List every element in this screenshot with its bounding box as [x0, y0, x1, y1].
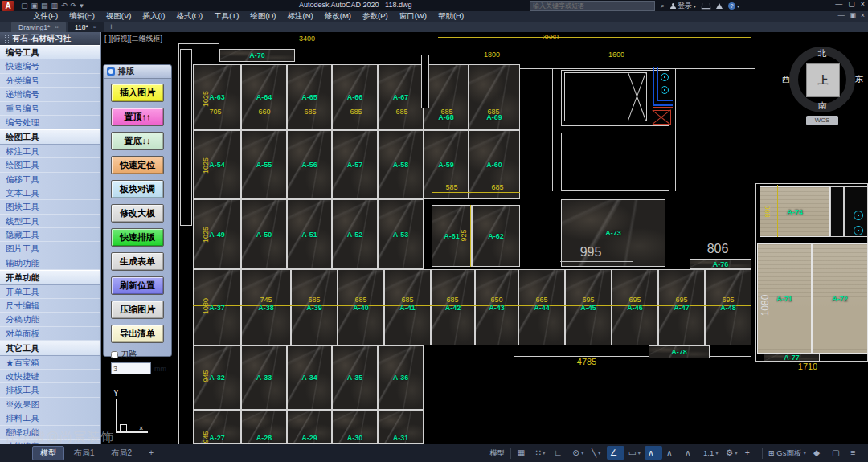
- health-report-button[interactable]: [716, 3, 723, 9]
- layout-tab[interactable]: 模型: [32, 446, 64, 460]
- gs-panel-button[interactable]: ⊞ Gs面板▾: [765, 446, 809, 460]
- doc-minimize-button[interactable]: —: [838, 11, 845, 19]
- dynamic-input-icon[interactable]: ▭▾: [625, 446, 644, 460]
- layout-tab[interactable]: 布局2: [104, 447, 140, 460]
- sidebar-item[interactable]: 开单工具: [0, 285, 100, 299]
- qat-icon-1[interactable]: ▣: [31, 2, 39, 10]
- tab-close-icon[interactable]: ×: [55, 23, 59, 31]
- osnap-icon[interactable]: ∠: [607, 446, 624, 460]
- menu-item-7[interactable]: 标注(N): [282, 11, 319, 22]
- palette-title-bar[interactable]: 排版: [104, 65, 171, 79]
- menu-item-4[interactable]: 格式(O): [170, 11, 208, 22]
- toolpath-width-input[interactable]: [111, 362, 151, 374]
- menu-item-11[interactable]: 帮助(H): [432, 11, 469, 22]
- palette-button-8[interactable]: 刷新位置: [111, 276, 164, 295]
- sidebar-item[interactable]: 标注工具: [0, 145, 100, 158]
- viewcube-face[interactable]: 上: [806, 63, 840, 97]
- snap-icon[interactable]: ∷▾: [532, 446, 550, 460]
- sidebar-item[interactable]: 编号处理: [0, 116, 100, 129]
- wcs-button[interactable]: WCS: [806, 116, 838, 125]
- chevron-down-icon[interactable]: ▾: [542, 446, 546, 460]
- restore-button[interactable]: ▢: [848, 0, 855, 8]
- crosshair-icon[interactable]: +: [742, 446, 760, 460]
- sidebar-item[interactable]: ★百宝箱: [0, 356, 100, 370]
- palette-button-1[interactable]: 置顶↑↑: [111, 108, 164, 126]
- isodraft-icon[interactable]: ╲▾: [588, 446, 606, 460]
- sidebar-item[interactable]: 辅助功能: [0, 256, 100, 270]
- chevron-down-icon[interactable]: ▾: [735, 446, 738, 460]
- search-input[interactable]: [530, 1, 655, 11]
- autocad-logo-icon[interactable]: A: [2, 1, 14, 11]
- sidebar-item[interactable]: 图片工具: [0, 242, 100, 256]
- grid-icon[interactable]: ▦: [514, 446, 531, 460]
- sidebar-item[interactable]: 分稿功能: [0, 313, 100, 326]
- qat-icon-3[interactable]: ▥: [51, 2, 59, 10]
- chevron-down-icon[interactable]: ▾: [638, 446, 641, 460]
- help-button[interactable]: ? ▾: [728, 2, 739, 10]
- qat-icon-0[interactable]: ▢: [21, 2, 28, 10]
- qat-icon-2[interactable]: ▤: [41, 2, 48, 10]
- palette-button-9[interactable]: 压缩图片: [111, 301, 164, 319]
- doc-tab[interactable]: Drawing1*×: [11, 22, 66, 32]
- sign-in-button[interactable]: 登录 ▾: [670, 1, 696, 11]
- panel-block[interactable]: [830, 186, 844, 237]
- menu-item-2[interactable]: 视图(V): [100, 11, 137, 22]
- sidebar-title[interactable]: 有石-石材研习社: [0, 32, 100, 45]
- sidebar-item[interactable]: 排料工具: [0, 411, 100, 425]
- sidebar-section-1[interactable]: 绘图工具: [0, 129, 100, 144]
- sidebar-item[interactable]: 线型工具: [0, 215, 100, 228]
- menu-item-0[interactable]: 文件(F): [27, 11, 63, 22]
- search-icon[interactable]: ⌕: [661, 2, 665, 10]
- polar-tracking-icon[interactable]: ⊙▾: [569, 446, 587, 460]
- drawing-canvas[interactable]: [-][俯视][二维线框] 上 北 西 东 南 WCS Y × A-63A-64…: [100, 32, 868, 444]
- sidebar-item[interactable]: ※效果图: [0, 398, 100, 411]
- layout-tab[interactable]: 布局1: [67, 447, 102, 460]
- menu-item-9[interactable]: 参数(P): [357, 11, 394, 22]
- viewport-label[interactable]: [-][俯视][二维线框]: [104, 34, 162, 44]
- menu-item-3[interactable]: 插入(I): [137, 11, 170, 22]
- clean-screen-icon[interactable]: ▢: [829, 446, 846, 460]
- sidebar-item[interactable]: 图块工具: [0, 200, 100, 214]
- sidebar-item[interactable]: 翻译功能: [0, 426, 100, 440]
- paiban-palette[interactable]: 排版 插入图片置顶↑↑置底↓↓快速定位板块对调修改大板快速排版生成表单刷新位置压…: [103, 64, 172, 357]
- qat-icon-5[interactable]: ↷: [71, 2, 77, 10]
- menu-icon[interactable]: ≡: [847, 446, 865, 460]
- app-store-button[interactable]: [702, 3, 710, 9]
- palette-button-7[interactable]: 生成表单: [111, 252, 164, 271]
- viewcube-west[interactable]: 西: [782, 74, 791, 85]
- model-space-toggle[interactable]: 模型: [486, 446, 508, 460]
- menu-item-6[interactable]: 绘图(D): [244, 11, 281, 22]
- sidebar-item[interactable]: 尺寸编辑: [0, 299, 100, 313]
- viewcube-east[interactable]: 东: [855, 74, 864, 85]
- chevron-down-icon[interactable]: ▾: [803, 446, 806, 460]
- palette-button-6[interactable]: 快速排版: [111, 228, 164, 247]
- palette-button-2[interactable]: 置底↓↓: [111, 132, 164, 150]
- palette-button-0[interactable]: 插入图片: [111, 84, 164, 102]
- annotation-scale-icon[interactable]: ∧: [682, 446, 699, 460]
- sidebar-item[interactable]: 递增编号: [0, 88, 100, 101]
- sidebar-item[interactable]: 隐藏工具: [0, 228, 100, 242]
- sidebar-section-2[interactable]: 开单功能: [0, 270, 100, 284]
- sidebar-item[interactable]: 对单面板: [0, 327, 100, 341]
- sidebar-item[interactable]: 排板工具: [0, 383, 100, 397]
- chevron-down-icon[interactable]: ▾: [715, 446, 719, 460]
- sidebar-item[interactable]: 绘图工具: [0, 158, 100, 172]
- autoscale-icon[interactable]: ∧: [663, 446, 681, 460]
- sidebar-item[interactable]: 改快捷键: [0, 370, 100, 383]
- doc-close-button[interactable]: ×: [861, 11, 865, 19]
- doc-tab[interactable]: 118*×: [68, 22, 104, 32]
- sidebar-item[interactable]: 快速编号: [0, 59, 100, 73]
- sidebar-item[interactable]: 分类编号: [0, 74, 100, 88]
- tab-close-icon[interactable]: ×: [93, 23, 97, 31]
- sidebar-section-3[interactable]: 其它工具: [0, 341, 100, 355]
- menu-item-10[interactable]: 窗口(W): [394, 11, 432, 22]
- qat-icon-6[interactable]: ▾: [80, 2, 84, 10]
- palette-button-4[interactable]: 板块对调: [111, 180, 164, 198]
- new-tab-button[interactable]: +: [105, 22, 117, 31]
- annotation-visibility-icon[interactable]: ∧: [645, 446, 662, 460]
- ortho-icon[interactable]: ∟: [551, 446, 568, 460]
- doc-restore-button[interactable]: ▣: [850, 11, 856, 19]
- chevron-down-icon[interactable]: ▾: [598, 446, 601, 460]
- sidebar-item[interactable]: 重号编号: [0, 102, 100, 116]
- minimize-button[interactable]: —: [835, 0, 842, 8]
